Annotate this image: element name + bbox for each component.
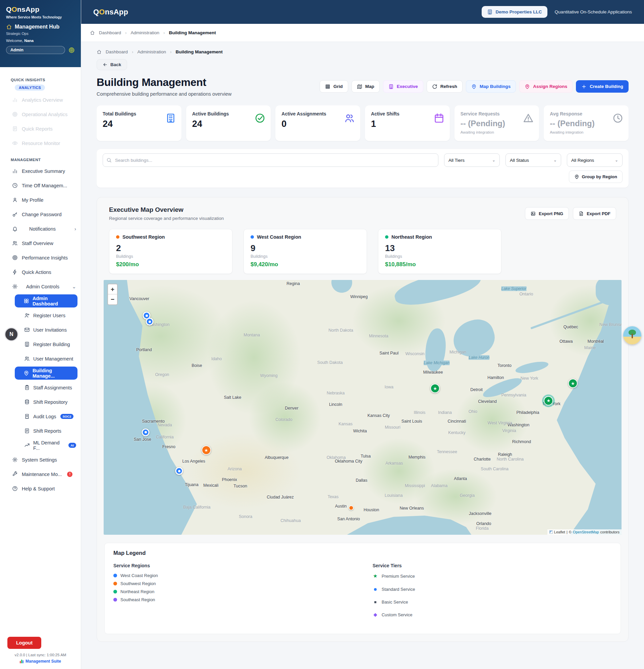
sidebar-item[interactable]: Performance Insights xyxy=(0,251,81,265)
breadcrumb-administration[interactable]: Administration xyxy=(137,49,166,54)
marker-standard-seattle-2[interactable] xyxy=(146,318,153,326)
sidebar-item-disabled: Quick Reports xyxy=(0,122,81,136)
logout-button[interactable]: Logout xyxy=(8,637,41,649)
sidebar-subitem[interactable]: Shift Repository xyxy=(0,395,81,409)
receipt-icon xyxy=(24,414,30,419)
filter-dropdown[interactable]: All Status ⌄ xyxy=(506,153,561,167)
section-quick-insights: QUICK INSIGHTS xyxy=(0,78,81,82)
zoom-in-button[interactable]: + xyxy=(108,284,117,294)
item-badge: AI xyxy=(69,443,76,448)
tier-symbol-icon xyxy=(372,588,378,591)
back-button[interactable]: Back xyxy=(97,59,127,70)
avatar[interactable]: N xyxy=(4,327,18,341)
group-by-region-button[interactable]: Group by Region xyxy=(569,171,623,183)
people-icon xyxy=(12,240,18,246)
zoom-out-button[interactable]: − xyxy=(108,294,117,304)
sidebar-subitem[interactable]: Admin Dashboard xyxy=(15,294,77,308)
sidebar-header: QOnsApp Where Service Meets Technology M… xyxy=(0,0,81,67)
map-terrain xyxy=(104,280,621,535)
export-pdf-button[interactable]: Export PDF xyxy=(573,207,616,220)
sidebar-subitem[interactable]: User Management xyxy=(0,352,81,366)
org-selector-button[interactable]: Demo Properties LLC xyxy=(482,6,547,18)
sidebar-subitem[interactable]: Audit Logs SOC2 xyxy=(0,409,81,424)
db-icon xyxy=(24,399,30,405)
search-icon xyxy=(106,157,112,163)
tier-symbol-icon xyxy=(372,601,378,603)
app-tagline: Where Service Meets Technology xyxy=(6,15,75,19)
toolbar-button[interactable]: Map xyxy=(352,80,380,92)
management-suite-link[interactable]: Management Suite xyxy=(0,659,81,664)
sidebar-item[interactable]: Quick Actions xyxy=(0,265,81,279)
sidebar-item[interactable]: Staff Overview xyxy=(0,236,81,251)
sidebar-item[interactable]: Change Password xyxy=(0,207,81,222)
sidebar-item[interactable]: Notifications › xyxy=(0,222,81,236)
toolbar-button[interactable]: Grid xyxy=(320,80,348,92)
export-png-button[interactable]: Export PNG xyxy=(525,207,569,220)
people-icon xyxy=(344,113,355,124)
marker-premium-chicago[interactable] xyxy=(430,384,440,393)
sidebar-subitem[interactable]: Shift Reports xyxy=(0,424,81,438)
toolbar-button[interactable]: Map Buildings xyxy=(466,80,516,92)
pin-icon xyxy=(471,84,477,89)
toolbar-button[interactable]: Refresh xyxy=(427,80,463,92)
bars-icon xyxy=(12,97,18,103)
analytics-badge: ANALYTICS xyxy=(15,85,45,91)
palm-island-widget-button[interactable] xyxy=(623,326,641,344)
marker-premium-newyork[interactable] xyxy=(544,396,553,405)
toolbar-button[interactable]: Executive xyxy=(383,80,423,92)
region-color-dot xyxy=(385,235,389,239)
marker-premium-maine[interactable] xyxy=(568,379,577,388)
breadcrumb: Dashboard › Administration › Building Ma… xyxy=(97,49,629,54)
legend-region-row: West Coast Region xyxy=(113,573,372,578)
sidebar-subitem[interactable]: Staff Assignments xyxy=(0,380,81,395)
filter-dropdown[interactable]: All Regions ⌄ xyxy=(567,153,623,167)
person-icon xyxy=(12,197,18,203)
map-zoom-control: + − xyxy=(107,284,118,305)
breadcrumb-dashboard[interactable]: Dashboard xyxy=(99,30,121,35)
tier-symbol-icon xyxy=(372,573,378,579)
marker-standard-losangeles[interactable] xyxy=(175,467,183,475)
leaflet-link[interactable]: Leaflet xyxy=(554,530,565,534)
sidebar-subitem[interactable]: ML Demand F... AI xyxy=(0,438,81,453)
calendar-icon xyxy=(434,113,444,124)
breadcrumb-dashboard[interactable]: Dashboard xyxy=(106,49,128,54)
sidebar-item[interactable]: Maintenance Mo... ! xyxy=(0,467,81,481)
image-icon xyxy=(531,211,536,216)
openstreetmap-link[interactable]: OpenStreetMap xyxy=(573,530,599,534)
search-input[interactable] xyxy=(103,153,438,167)
sidebar-item[interactable]: My Profile xyxy=(0,193,81,207)
breadcrumb: Dashboard › Administration › Building Ma… xyxy=(90,30,216,35)
chevron-icon: ⌄ xyxy=(72,284,76,290)
home-icon xyxy=(6,24,12,30)
check-icon xyxy=(254,113,265,124)
sidebar-item[interactable]: Help & Support xyxy=(0,481,81,496)
marker-southwest-houston[interactable] xyxy=(349,506,354,511)
toolbar-button[interactable]: Create Building xyxy=(576,80,629,92)
sidebar-item[interactable]: System Settings xyxy=(0,453,81,467)
sidebar-subitem[interactable]: Building Manage... xyxy=(15,367,77,380)
item-badge: ! xyxy=(67,472,72,477)
target-icon xyxy=(12,112,18,117)
breadcrumb-administration[interactable]: Administration xyxy=(131,30,160,35)
toolbar-button[interactable]: Assign Regions xyxy=(519,80,573,92)
chevron-right-icon: › xyxy=(170,49,172,54)
sidebar-item[interactable]: Time Off Managem... xyxy=(0,178,81,193)
eye-icon xyxy=(12,140,18,146)
doc-icon xyxy=(12,126,18,132)
arrow-left-icon xyxy=(103,62,108,67)
chevron-right-icon: › xyxy=(125,30,127,35)
sidebar-item[interactable]: Admin Controls ⌄ xyxy=(0,279,81,294)
marker-premium-lasvegas[interactable] xyxy=(202,445,211,455)
sidebar-item[interactable]: Executive Summary xyxy=(0,164,81,178)
welcome-text: Welcome, Nana xyxy=(6,39,75,43)
key-icon xyxy=(12,212,18,217)
pin-icon xyxy=(525,84,530,89)
sidebar-subitem[interactable]: Register Users xyxy=(0,308,81,323)
person-plus-icon xyxy=(24,313,30,318)
filter-dropdown[interactable]: All Tiers ⌄ xyxy=(444,153,500,167)
leaflet-map[interactable]: Vancouver Regina Winnipeg Québec Montréa… xyxy=(104,280,621,535)
toolbar: Grid Map Executive xyxy=(320,80,629,92)
marker-standard-sanjose[interactable] xyxy=(142,428,150,436)
file-icon xyxy=(579,211,584,216)
wrench-icon xyxy=(12,471,18,477)
